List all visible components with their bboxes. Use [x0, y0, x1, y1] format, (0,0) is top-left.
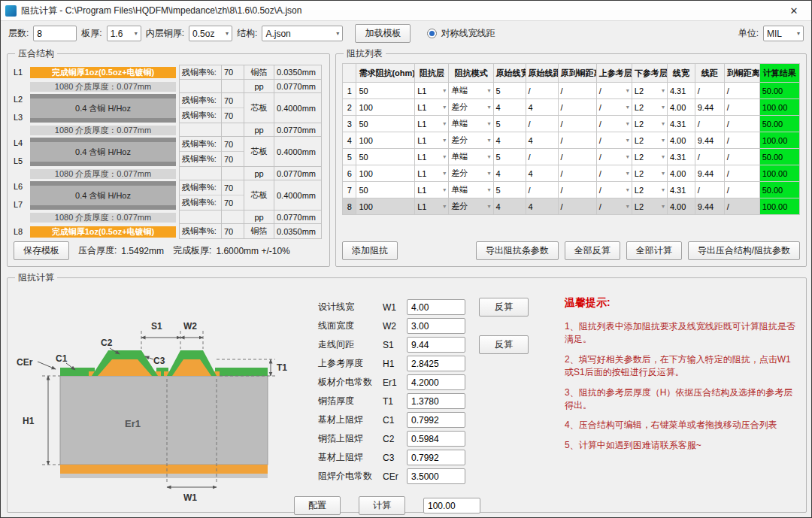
- cell-ow[interactable]: 4: [493, 198, 526, 215]
- cell-os[interactable]: 4: [526, 165, 558, 182]
- cell-od[interactable]: /: [558, 99, 596, 116]
- stackup-row[interactable]: L4L50.4 含铜 H/Hoz残铜率%:残铜率%:7070芯板0.4000mm: [14, 137, 323, 167]
- cell-upref[interactable]: /▾: [596, 83, 632, 99]
- cell-dpref[interactable]: L2▾: [632, 132, 667, 149]
- cell-d[interactable]: /: [724, 99, 759, 116]
- unit-select[interactable]: MIL ▾: [763, 26, 804, 41]
- cell-s[interactable]: 9.44: [695, 198, 724, 215]
- stackup-row[interactable]: L8完成铜厚1oz(0.5oz+电镀铜)残铜率%:70铜箔0.0350mm: [14, 224, 323, 239]
- layers-input[interactable]: [33, 26, 77, 41]
- row-number[interactable]: 5: [343, 149, 356, 165]
- cell-req[interactable]: 50: [356, 116, 415, 132]
- table-row[interactable]: 2100L1▾差分▾44//▾L2▾4.009.44/100.00: [343, 99, 800, 116]
- cell-mode[interactable]: 单端▾: [449, 182, 493, 198]
- cell-mode[interactable]: 差分▾: [449, 132, 493, 149]
- prepreg-bar[interactable]: 1080 介质厚度：0.077mm: [30, 82, 176, 92]
- residual-copper-value[interactable]: 70: [222, 93, 244, 108]
- cell-w[interactable]: 4.00: [667, 99, 695, 116]
- cell-s[interactable]: /: [695, 182, 724, 198]
- param-input-c2[interactable]: [407, 431, 465, 447]
- row-number[interactable]: 4: [343, 132, 356, 149]
- reverse-calc-button[interactable]: 反算: [479, 335, 529, 354]
- cell-mode[interactable]: 单端▾: [449, 83, 493, 99]
- cell-os[interactable]: 4: [526, 198, 558, 215]
- residual-copper-value[interactable]: 70: [222, 180, 244, 195]
- cell-os[interactable]: 4: [526, 99, 558, 116]
- save-template-button[interactable]: 保存模板: [14, 241, 69, 260]
- residual-copper-value[interactable]: 70: [222, 195, 244, 210]
- cell-dpref[interactable]: L2▾: [632, 165, 667, 182]
- cell-d[interactable]: /: [724, 116, 759, 132]
- cell-w[interactable]: 4.31: [667, 116, 695, 132]
- cell-dpref[interactable]: L2▾: [632, 116, 667, 132]
- cell-mode[interactable]: 差分▾: [449, 198, 493, 215]
- stackup-row[interactable]: 1080 介质厚度：0.077mmpp0.0770mm: [14, 211, 323, 224]
- cell-upref[interactable]: /▾: [596, 132, 632, 149]
- prepreg-bar[interactable]: 1080 介质厚度：0.077mm: [30, 126, 176, 135]
- stackup-row[interactable]: L1完成铜厚1oz(0.5oz+电镀铜)残铜率%:70铜箔0.0350mm: [14, 65, 323, 80]
- table-row[interactable]: 4100L1▾差分▾44//▾L2▾4.009.44/100.00: [343, 132, 800, 149]
- inner-copper-select[interactable]: 0.5oz ▾: [189, 26, 232, 41]
- copper-foil-bar[interactable]: 完成铜厚1oz(0.5oz+电镀铜): [30, 67, 176, 78]
- cell-layer[interactable]: L1▾: [415, 165, 449, 182]
- cell-d[interactable]: /: [724, 182, 759, 198]
- residual-copper-value[interactable]: 70: [221, 224, 244, 239]
- param-input-h1[interactable]: [407, 356, 465, 371]
- cell-mode[interactable]: 差分▾: [449, 99, 493, 116]
- cell-dpref[interactable]: L2▾: [632, 99, 667, 116]
- row-number[interactable]: 6: [343, 165, 356, 182]
- export-stackup-params-button[interactable]: 导出压合结构/阻抗参数: [688, 241, 800, 260]
- cell-od[interactable]: /: [558, 83, 596, 99]
- cell-dpref[interactable]: L2▾: [632, 83, 667, 99]
- core-layer-bar[interactable]: 0.4 含铜 H/Hoz: [30, 94, 176, 123]
- cell-os[interactable]: 4: [526, 132, 558, 149]
- cell-od[interactable]: /: [558, 149, 596, 165]
- cell-ow[interactable]: 4: [493, 132, 526, 149]
- cell-s[interactable]: 9.44: [695, 99, 724, 116]
- cell-layer[interactable]: L1▾: [415, 99, 449, 116]
- table-row[interactable]: 350L1▾单端▾5///▾L2▾4.31//50.00: [343, 116, 800, 132]
- param-input-er1[interactable]: [407, 374, 465, 390]
- reverse-calc-button[interactable]: 反算: [479, 298, 529, 317]
- residual-copper-value[interactable]: 70: [222, 152, 244, 166]
- cell-mode[interactable]: 差分▾: [449, 165, 493, 182]
- row-number[interactable]: 1: [343, 83, 356, 99]
- cell-upref[interactable]: /▾: [596, 116, 632, 132]
- residual-copper-value[interactable]: 70: [222, 137, 244, 152]
- cell-upref[interactable]: /▾: [596, 182, 632, 198]
- cell-os[interactable]: /: [526, 83, 558, 99]
- param-input-c3[interactable]: [407, 450, 465, 465]
- cell-req[interactable]: 100: [356, 165, 415, 182]
- calc-all-button[interactable]: 全部计算: [626, 241, 682, 260]
- structure-select[interactable]: A.json ▾: [262, 26, 343, 41]
- cell-layer[interactable]: L1▾: [415, 116, 449, 132]
- cell-os[interactable]: /: [526, 182, 558, 198]
- core-layer-bar[interactable]: 0.4 含铜 H/Hoz: [30, 181, 176, 210]
- symmetric-width-spacing-option[interactable]: 对称线宽线距: [427, 27, 495, 40]
- load-template-button[interactable]: 加载模板: [355, 24, 411, 43]
- close-button[interactable]: ✕: [781, 5, 807, 17]
- calculate-button[interactable]: 计算: [359, 496, 405, 515]
- cell-ow[interactable]: 5: [493, 116, 526, 132]
- cell-req[interactable]: 50: [356, 182, 415, 198]
- cell-layer[interactable]: L1▾: [415, 149, 449, 165]
- cell-dpref[interactable]: L2▾: [632, 182, 667, 198]
- param-input-w2[interactable]: [407, 318, 465, 334]
- cell-req[interactable]: 100: [356, 132, 415, 149]
- cell-od[interactable]: /: [558, 132, 596, 149]
- cell-dpref[interactable]: L2▾: [632, 198, 667, 215]
- table-row[interactable]: 150L1▾单端▾5///▾L2▾4.31//50.00: [343, 83, 800, 99]
- cell-d[interactable]: /: [724, 149, 759, 165]
- target-impedance-input[interactable]: [423, 498, 480, 513]
- cell-req[interactable]: 100: [356, 198, 415, 215]
- cell-w[interactable]: 4.00: [667, 198, 695, 215]
- cell-w[interactable]: 4.00: [667, 165, 695, 182]
- cell-od[interactable]: /: [558, 182, 596, 198]
- board-thickness-select[interactable]: 1.6 ▾: [107, 26, 141, 41]
- row-number[interactable]: 7: [343, 182, 356, 198]
- prepreg-bar[interactable]: 1080 介质厚度：0.077mm: [30, 213, 176, 223]
- cell-s[interactable]: 9.44: [695, 132, 724, 149]
- cell-dpref[interactable]: L2▾: [632, 149, 667, 165]
- cell-w[interactable]: 4.31: [667, 83, 695, 99]
- param-input-s1[interactable]: [407, 337, 465, 353]
